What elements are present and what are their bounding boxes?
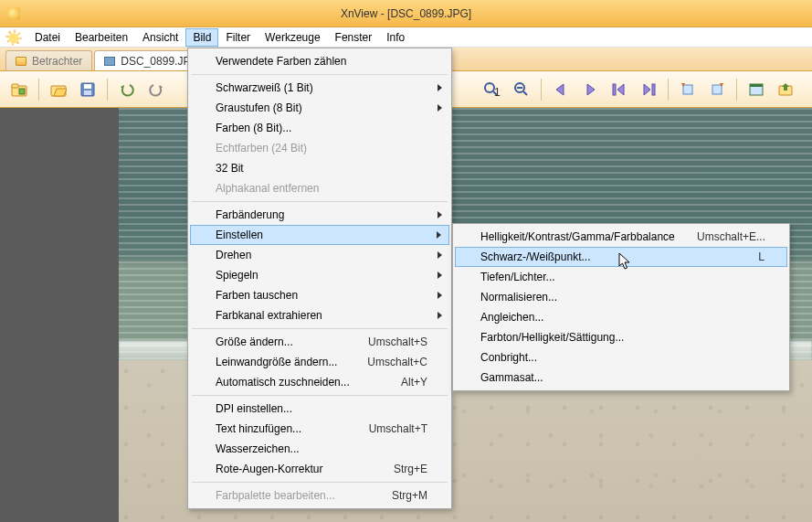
undo-button[interactable] bbox=[115, 78, 139, 101]
menuitem-schwarzwei-1-bit[interactable]: Schwarzweiß (1 Bit) bbox=[190, 78, 449, 98]
viewport-gutter bbox=[0, 108, 119, 522]
submenu-arrow-icon bbox=[438, 312, 442, 319]
submenuitem-farbton-helligkeit-s-ttigung[interactable]: Farbton/Helligkeit/Sättigung... bbox=[455, 327, 787, 347]
menu-fenster[interactable]: Fenster bbox=[328, 28, 380, 47]
submenuitem-conbright[interactable]: Conbright... bbox=[455, 347, 787, 368]
menuitem-farb-nderung[interactable]: Farbänderung bbox=[190, 205, 449, 225]
zoom-1to1-button[interactable]: 1:1 bbox=[480, 78, 504, 101]
folder-icon bbox=[16, 57, 26, 66]
svg-text:1:1: 1:1 bbox=[494, 86, 501, 98]
svg-line-12 bbox=[523, 91, 527, 95]
menu-info[interactable]: Info bbox=[379, 28, 412, 47]
menuitem-label: Wasserzeichen... bbox=[216, 442, 300, 455]
open-button[interactable] bbox=[47, 78, 70, 101]
menuitem-text-hinzuf-gen[interactable]: Text hinzufügen...Umschalt+T bbox=[190, 419, 449, 439]
fullscreen-button[interactable] bbox=[744, 78, 768, 101]
menu-bild[interactable]: Bild bbox=[185, 28, 218, 47]
menuitem-drehen[interactable]: Drehen bbox=[190, 245, 449, 265]
tab-0[interactable]: Betrachter bbox=[5, 50, 92, 70]
svg-point-7 bbox=[485, 83, 494, 92]
last-button[interactable] bbox=[637, 78, 660, 101]
menuitem-shortcut: Alt+Y bbox=[401, 376, 427, 389]
menuitem-label: Helligkeit/Kontrast/Gamma/Farbbalance bbox=[480, 230, 675, 243]
tab-1[interactable]: DSC_0899.JP bbox=[94, 50, 200, 70]
submenuitem-angleichen[interactable]: Angleichen... bbox=[455, 307, 787, 327]
submenu-arrow-icon bbox=[438, 84, 442, 91]
svg-rect-5 bbox=[84, 84, 91, 89]
menu-filter[interactable]: Filter bbox=[218, 28, 258, 47]
submenuitem-gammasat[interactable]: Gammasat... bbox=[455, 368, 787, 388]
menu-datei[interactable]: Datei bbox=[27, 28, 68, 47]
menuitem-label: Alphakanal entfernen bbox=[216, 182, 319, 195]
menu-bild-dropdown[interactable]: Verwendete Farben zählenSchwarzweiß (1 B… bbox=[187, 48, 452, 509]
menuitem-label: Text hinzufügen... bbox=[216, 422, 301, 435]
menuitem-label: Farbton/Helligkeit/Sättigung... bbox=[480, 331, 624, 344]
menuitem-label: Farbpalette bearbeiten... bbox=[216, 489, 335, 502]
rotate-left-button[interactable] bbox=[676, 78, 700, 101]
menuitem-label: Farben (8 Bit)... bbox=[216, 122, 291, 134]
tab-label: Betrachter bbox=[32, 55, 82, 68]
menuitem-alphakanal-entfernen: Alphakanal entfernen bbox=[190, 178, 449, 198]
menuitem-label: Größe ändern... bbox=[216, 336, 293, 348]
menuitem-label: Gammasat... bbox=[480, 371, 543, 384]
submenu-arrow-icon bbox=[438, 292, 442, 299]
svg-rect-13 bbox=[613, 84, 616, 95]
menuitem-spiegeln[interactable]: Spiegeln bbox=[190, 265, 449, 285]
menuitem-label: Farbänderung bbox=[216, 208, 284, 221]
first-button[interactable] bbox=[607, 78, 631, 101]
menuitem-label: Drehen bbox=[216, 249, 251, 261]
menuitem-farbkanal-extrahieren[interactable]: Farbkanal extrahieren bbox=[190, 305, 449, 325]
menuitem-automatisch-zuschneiden[interactable]: Automatisch zuschneiden...Alt+Y bbox=[190, 372, 449, 392]
export-button[interactable] bbox=[774, 78, 797, 101]
menuitem-label: Automatisch zuschneiden... bbox=[216, 376, 350, 389]
menuitem-label: Schwarzweiß (1 Bit) bbox=[216, 81, 313, 94]
menuitem-leinwandgr-e-ndern[interactable]: Leinwandgröße ändern...Umschalt+C bbox=[190, 352, 449, 372]
menuitem-label: Schwarz-/Weißpunkt... bbox=[480, 250, 590, 263]
menuitem-farben-8-bit[interactable]: Farben (8 Bit)... bbox=[190, 118, 449, 138]
menuitem-verwendete-farben-z-hlen[interactable]: Verwendete Farben zählen bbox=[190, 51, 449, 71]
prev-button[interactable] bbox=[549, 78, 573, 101]
submenuitem-schwarz-wei-punkt[interactable]: Schwarz-/Weißpunkt...L bbox=[455, 247, 787, 267]
next-button[interactable] bbox=[578, 78, 602, 101]
menuitem-einstellen[interactable]: Einstellen bbox=[190, 225, 449, 245]
submenuitem-normalisieren[interactable]: Normalisieren... bbox=[455, 287, 787, 307]
tab-label: DSC_0899.JP bbox=[121, 55, 190, 68]
menuitem-dpi-einstellen[interactable]: DPI einstellen... bbox=[190, 399, 449, 419]
menuitem-label: 32 Bit bbox=[216, 162, 244, 175]
submenuitem-tiefen-lichter[interactable]: Tiefen/Lichter... bbox=[455, 267, 787, 287]
menuitem-shortcut: Umschalt+T bbox=[369, 422, 427, 435]
menuitem-wasserzeichen[interactable]: Wasserzeichen... bbox=[190, 439, 449, 459]
app-icon bbox=[7, 7, 20, 20]
svg-rect-14 bbox=[652, 84, 655, 95]
menuitem-shortcut: L bbox=[758, 250, 765, 263]
submenuitem-helligkeit-kontrast-gamma-farbbalance[interactable]: Helligkeit/Kontrast/Gamma/FarbbalanceUms… bbox=[455, 227, 787, 247]
menuitem-label: Leinwandgröße ändern... bbox=[216, 356, 337, 368]
svg-rect-18 bbox=[750, 84, 763, 87]
menuitem-rote-augen-korrektur[interactable]: Rote-Augen-KorrekturStrg+E bbox=[190, 459, 449, 479]
menuitem-32-bit[interactable]: 32 Bit bbox=[190, 158, 449, 178]
menu-ansicht[interactable]: Ansicht bbox=[135, 28, 185, 47]
menuitem-label: DPI einstellen... bbox=[216, 402, 292, 415]
submenu-einstellen[interactable]: Helligkeit/Kontrast/Gamma/FarbbalanceUms… bbox=[452, 223, 790, 391]
menuitem-label: Spiegeln bbox=[216, 269, 258, 282]
browse-button[interactable] bbox=[7, 78, 31, 101]
menuitem-label: Echtfarben (24 Bit) bbox=[216, 142, 307, 154]
menuitem-echtfarben-24-bit: Echtfarben (24 Bit) bbox=[190, 138, 449, 158]
menuitem-farben-tauschen[interactable]: Farben tauschen bbox=[190, 285, 449, 305]
svg-rect-1 bbox=[12, 84, 18, 88]
submenu-arrow-icon bbox=[438, 251, 442, 259]
menuitem-label: Rote-Augen-Korrektur bbox=[216, 463, 322, 475]
menuitem-label: Angleichen... bbox=[480, 311, 543, 324]
save-button[interactable] bbox=[76, 78, 100, 101]
sun-icon bbox=[5, 29, 22, 46]
menuitem-graustufen-8-bit[interactable]: Graustufen (8 Bit) bbox=[190, 98, 449, 118]
redo-button[interactable] bbox=[144, 78, 168, 101]
menu-bearbeiten[interactable]: Bearbeiten bbox=[68, 28, 135, 47]
zoom-out-button[interactable] bbox=[510, 78, 533, 101]
rotate-right-button[interactable] bbox=[705, 78, 729, 101]
menuitem-gr-e-ndern[interactable]: Größe ändern...Umschalt+S bbox=[190, 332, 449, 352]
svg-rect-2 bbox=[19, 89, 25, 94]
menuitem-label: Farben tauschen bbox=[216, 289, 298, 302]
menu-werkzeuge[interactable]: Werkzeuge bbox=[258, 28, 327, 47]
menuitem-shortcut: Umschalt+S bbox=[368, 336, 427, 348]
